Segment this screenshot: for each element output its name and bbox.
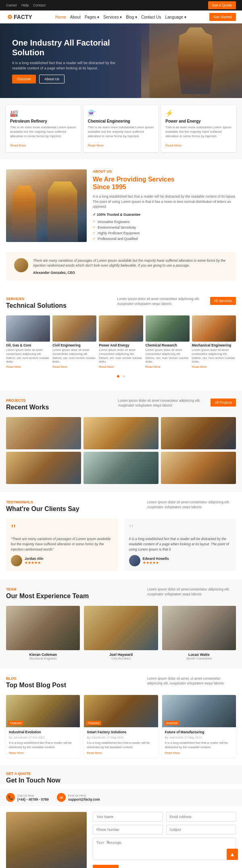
scroll-top-button[interactable]: ▲: [227, 849, 238, 860]
message-textarea[interactable]: [93, 838, 236, 860]
blog-post-1-image: Featured: [84, 695, 158, 727]
blog-post-1-content: Smart Factory Solutions By JohnSmith 17 …: [84, 727, 158, 757]
submit-button[interactable]: Submit: [93, 865, 119, 868]
testimonials-header: Testimonials What're Our Clients Say Lor…: [6, 500, 236, 513]
dot-1[interactable]: [117, 375, 119, 378]
nav-contact[interactable]: Contact Us: [141, 15, 161, 19]
phone-icon: 📞: [6, 793, 15, 802]
blog-post-0-tag: Featured: [8, 721, 23, 725]
service-card-1-desc: This is an even more substantial Lorem I…: [88, 125, 154, 139]
blog-post-2-content: Future of Manufacturing By JohnSmith 17 …: [162, 727, 236, 757]
works-desc: Lorem ipsum dolor sit amet consectetur a…: [118, 399, 207, 408]
contact-header: Get A Quote Get In Touch Now: [0, 766, 242, 784]
blog-post-1-tag: Featured: [86, 721, 101, 725]
work-item-5: [161, 452, 236, 484]
topbar-help-link[interactable]: Help: [21, 3, 29, 7]
navbar-cta-button[interactable]: Get Started: [209, 13, 236, 21]
contact-phone-label: Call Us Now: [17, 794, 49, 797]
service-cards: 🏭 Petroleum Refinery This is an even mor…: [0, 98, 242, 159]
nav-about[interactable]: About: [70, 15, 81, 19]
nav-language[interactable]: Language ▾: [165, 15, 186, 19]
service-item-3-link[interactable]: Read More: [146, 365, 190, 369]
hero-discover-button[interactable]: Discover: [12, 75, 36, 83]
service-item-2-link[interactable]: Read More: [99, 365, 143, 369]
about-image: [6, 169, 87, 242]
nav-home[interactable]: Home: [55, 15, 66, 19]
team-section: Team Our Most Experience Team Lorem ipsu…: [0, 579, 242, 668]
service-item-1-link[interactable]: Read More: [52, 365, 96, 369]
contact-phone-value: (+44) - 45789 - 5789: [17, 797, 49, 801]
contact-email-value: support@facty.com: [68, 797, 100, 801]
works-all-button[interactable]: All Projects: [211, 399, 236, 407]
nav-blog[interactable]: Blog ▾: [126, 15, 137, 19]
blog-post-0-link[interactable]: Read More: [9, 751, 77, 755]
about-label: About Us: [93, 169, 236, 173]
power-icon: ⚡: [165, 109, 232, 117]
topbar-career-link[interactable]: Career: [6, 3, 17, 7]
services-all-button[interactable]: All Services: [210, 297, 236, 305]
subject-input[interactable]: [166, 825, 236, 835]
quote-mark-0: ": [11, 524, 113, 533]
works-title: Recent Works: [6, 404, 49, 411]
service-card-0-link[interactable]: Read More: [10, 144, 26, 147]
work-item-4-image: [83, 452, 159, 484]
services-header-left: Services Technical Solutions: [6, 297, 67, 309]
about-feature-3: Professional and Qualified: [93, 236, 236, 242]
team-header: Team Our Most Experience Team Lorem ipsu…: [6, 587, 236, 600]
topbar-contact-link[interactable]: Contact: [33, 3, 46, 7]
service-item-0-title: Oil, Gas & Core: [6, 343, 50, 347]
service-card-2-link[interactable]: Read More: [165, 144, 182, 147]
logo[interactable]: ⚙ FACTY: [6, 14, 32, 20]
blog-post-0-content: Industrial Evolution By JohnSmith 17 Oct…: [6, 727, 80, 757]
services-header-right: Lorem ipsum dolor sit amet consectetur a…: [117, 297, 236, 307]
services-section: Services Technical Solutions Lorem ipsum…: [0, 289, 242, 390]
service-card-0-title: Petroleum Refinery: [10, 119, 77, 123]
strip-content: There are many variations of passages of…: [33, 258, 228, 275]
blog-desc: Lorem ipsum dolor sit amet, ut amet cons…: [147, 676, 236, 686]
hero-about-button[interactable]: About Us: [39, 75, 65, 83]
testimonial-0-name: Jordan Alin: [25, 557, 43, 561]
about-title: We Are Providing Services Since 1995: [93, 175, 236, 191]
team-member-0-name: Kieran Coleman: [6, 653, 80, 657]
nav-pages[interactable]: Pages ▾: [85, 15, 99, 19]
form-field-name: [93, 812, 163, 822]
service-card-1-link[interactable]: Read More: [88, 144, 104, 147]
team-member-0-role: Structural Engineer: [6, 657, 80, 660]
service-card-1-title: Chemical Engineering: [88, 119, 154, 123]
form-row-3: [93, 838, 236, 862]
strip-quote: There are many variations of passages of…: [33, 258, 228, 269]
nav-services[interactable]: Services ▾: [103, 15, 122, 19]
team-title: Our Most Experience Team: [6, 593, 89, 600]
service-item-1-image: [52, 315, 96, 342]
contact-email-label: Find Us Here: [68, 794, 100, 797]
team-grid: Kieran Coleman Structural Engineer Joel …: [6, 606, 236, 660]
service-item-2: Power And Energy Lorem ipsum dolor sit a…: [99, 315, 143, 369]
form-row-1: [93, 812, 236, 822]
services-header: Services Technical Solutions Lorem ipsum…: [6, 297, 236, 309]
service-item-3-image: [146, 315, 190, 342]
about-section: About Us We Are Providing Services Since…: [0, 159, 242, 252]
blog-post-1-desc: It is a long established fact that a rea…: [87, 741, 155, 749]
email-icon: ✉: [57, 793, 66, 802]
email-input[interactable]: [166, 812, 236, 822]
work-item-2-image: [161, 417, 236, 449]
testimonial-0-text: "There are many variations of passages o…: [11, 536, 113, 552]
dot-2[interactable]: [123, 375, 125, 378]
blog-post-2-link[interactable]: Read More: [165, 751, 233, 755]
quote-mark-1: ": [129, 524, 232, 533]
service-card-0: 🏭 Petroleum Refinery This is an even mor…: [6, 105, 81, 152]
blog-post-2-image: Industrial: [162, 695, 236, 727]
topbar-cta-button[interactable]: Get A Quote: [208, 1, 236, 9]
blog-post-1-link[interactable]: Read More: [87, 751, 155, 755]
testimonial-1-info: Edward Howells ★★★★★: [143, 557, 169, 565]
work-item-0-image: [6, 417, 81, 449]
service-item-4-link[interactable]: Read More: [192, 365, 236, 369]
service-item-4-title: Mechanical Engineering: [192, 343, 236, 347]
name-input[interactable]: [93, 812, 163, 822]
work-item-3-image: [6, 452, 81, 484]
service-item-0-link[interactable]: Read More: [6, 365, 50, 369]
blog-post-1-title: Smart Factory Solutions: [87, 730, 155, 734]
contact-section: Get A Quote Get In Touch Now 📞 Call Us N…: [0, 766, 242, 868]
service-item-0-image: [6, 315, 50, 342]
phone-input[interactable]: [93, 825, 163, 835]
